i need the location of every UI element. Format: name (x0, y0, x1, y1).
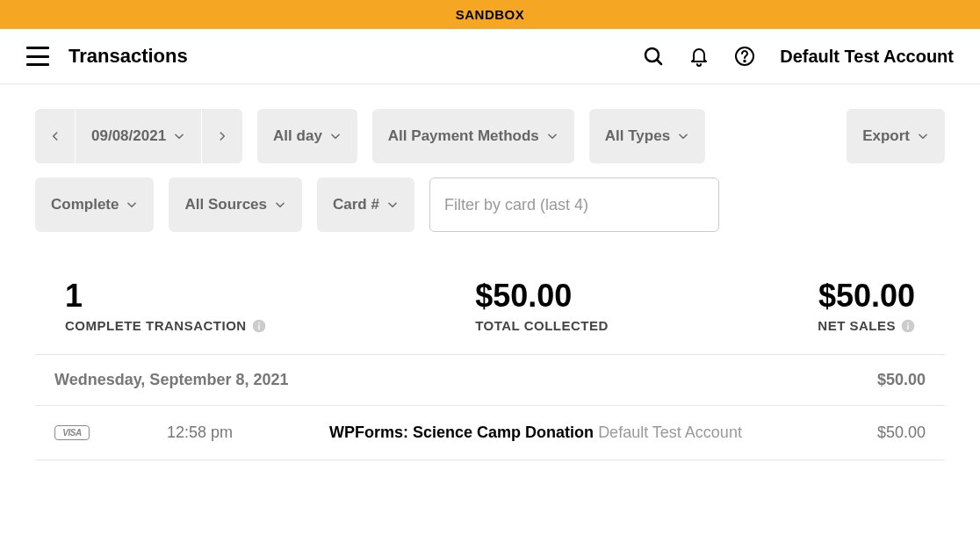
filters-row-2: Complete All Sources Card # (0, 174, 980, 243)
summary-count-value: 1 (65, 278, 266, 315)
svg-point-6 (258, 322, 260, 323)
date-filter-label: 09/08/2021 (91, 127, 166, 145)
date-group-total: $50.00 (877, 371, 926, 389)
svg-line-1 (657, 60, 661, 64)
date-filter[interactable]: 09/08/2021 (76, 109, 202, 163)
page-title: Transactions (68, 45, 188, 68)
visa-icon: VISA (54, 425, 90, 440)
summary-count-label: COMPLETE TRANSACTION (65, 318, 247, 333)
types-filter-label: All Types (605, 127, 670, 145)
info-icon[interactable] (901, 319, 915, 333)
card-num-filter-label: Card # (333, 196, 379, 214)
info-icon[interactable] (252, 319, 266, 333)
summary-collected-value: $50.00 (475, 278, 609, 315)
export-button[interactable]: Export (847, 109, 945, 163)
payment-method-filter-label: All Payment Methods (388, 127, 539, 145)
sources-filter-label: All Sources (184, 196, 267, 214)
transaction-amount: $50.00 (877, 424, 926, 442)
search-icon[interactable] (643, 46, 664, 67)
status-filter[interactable]: Complete (35, 177, 154, 232)
svg-rect-5 (258, 324, 259, 329)
time-filter[interactable]: All day (257, 109, 357, 163)
summary-net-value: $50.00 (818, 278, 915, 315)
svg-point-3 (744, 61, 746, 62)
account-name[interactable]: Default Test Account (780, 47, 954, 67)
summary-net-sales: $50.00 NET SALES (818, 278, 915, 333)
transactions-section: Wednesday, September 8, 2021 $50.00 VISA… (0, 354, 980, 460)
summary-total-collected: $50.00 TOTAL COLLECTED (475, 278, 609, 333)
time-filter-label: All day (273, 127, 322, 145)
payment-method-filter[interactable]: All Payment Methods (372, 109, 574, 163)
summary-collected-label: TOTAL COLLECTED (475, 318, 609, 333)
header-left: Transactions (26, 45, 188, 68)
transaction-secondary: Default Test Account (598, 424, 742, 441)
prev-date-button[interactable] (35, 109, 76, 163)
status-filter-label: Complete (51, 196, 119, 214)
svg-point-9 (907, 322, 909, 323)
transaction-description: WPForms: Science Camp Donation Default T… (329, 424, 861, 442)
types-filter[interactable]: All Types (589, 109, 705, 163)
card-filter-input[interactable] (429, 177, 719, 232)
filters-row-1: 09/08/2021 All day All Payment Methods A… (0, 84, 980, 174)
summary-complete-count: 1 COMPLETE TRANSACTION (65, 278, 266, 333)
export-button-label: Export (862, 127, 910, 145)
date-nav-group: 09/08/2021 (35, 109, 242, 163)
summary-net-label: NET SALES (818, 318, 896, 333)
menu-icon[interactable] (26, 47, 49, 66)
card-num-filter[interactable]: Card # (317, 177, 414, 232)
transaction-primary: WPForms: Science Camp Donation (329, 424, 594, 441)
help-icon[interactable] (734, 46, 755, 67)
transaction-row[interactable]: VISA 12:58 pm WPForms: Science Camp Dona… (35, 406, 945, 460)
transaction-time: 12:58 pm (167, 424, 233, 442)
summary-section: 1 COMPLETE TRANSACTION $50.00 TOTAL COLL… (0, 243, 980, 354)
bell-icon[interactable] (688, 46, 710, 67)
sources-filter[interactable]: All Sources (169, 177, 302, 232)
date-group-label: Wednesday, September 8, 2021 (54, 371, 288, 389)
svg-rect-8 (907, 324, 908, 329)
transaction-date-group: Wednesday, September 8, 2021 $50.00 (35, 354, 945, 406)
next-date-button[interactable] (202, 109, 242, 163)
sandbox-banner: SANDBOX (0, 0, 980, 29)
header-right: Default Test Account (643, 46, 954, 67)
header: Transactions Default Test Account (0, 29, 980, 84)
